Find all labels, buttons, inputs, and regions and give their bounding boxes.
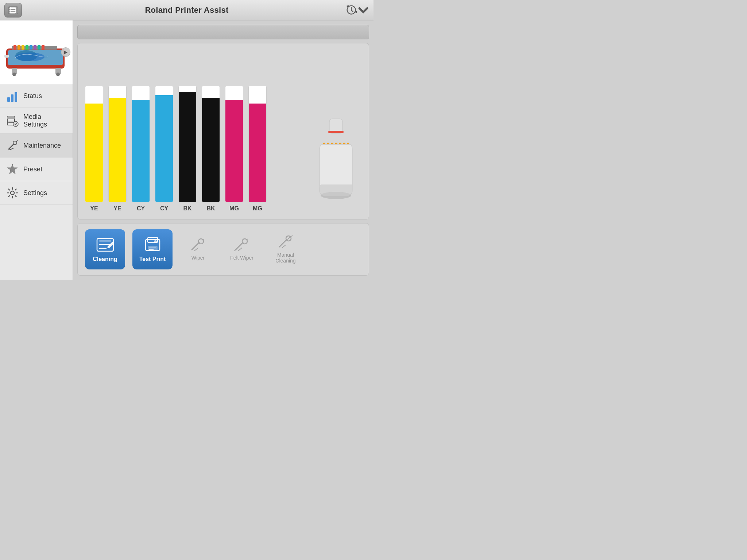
- sidebar-item-media-settings[interactable]: Media Settings: [0, 108, 73, 134]
- manual-cleaning-icon: [276, 235, 295, 250]
- buttons-panel: Cleaning Test Print: [77, 223, 369, 276]
- ink-column-cy2: CY: [155, 86, 173, 212]
- cleaning-icon: [95, 237, 115, 253]
- svg-rect-16: [30, 45, 32, 50]
- ink-bar-cy2: [155, 95, 173, 202]
- svg-rect-26: [11, 94, 13, 102]
- svg-rect-14: [22, 45, 24, 50]
- media-settings-icon: [6, 114, 19, 127]
- ink-label-bk1: BK: [183, 205, 191, 212]
- media-settings-label: Media Settings: [23, 113, 67, 128]
- ink-column-ye2: YE: [108, 86, 127, 212]
- ink-bar-wrapper-ye2: [108, 86, 127, 202]
- printer-next-button[interactable]: ▶: [61, 47, 70, 57]
- ink-bar-ye2: [109, 98, 126, 202]
- sidebar-item-maintenance[interactable]: Maintenance: [0, 134, 73, 158]
- ink-column-bk1: BK: [178, 86, 197, 212]
- sidebar: ▶ Status: [0, 20, 73, 280]
- ink-bar-bk2: [202, 98, 220, 202]
- svg-rect-12: [13, 45, 16, 50]
- maintenance-label: Maintenance: [23, 142, 61, 149]
- printer-preview: ▶: [0, 20, 73, 84]
- svg-rect-15: [26, 45, 28, 50]
- ink-label-mg2: MG: [253, 205, 262, 212]
- cleaning-button[interactable]: Cleaning: [85, 229, 125, 269]
- svg-point-51: [154, 240, 157, 243]
- header: Roland Printer Assist: [0, 0, 374, 20]
- sidebar-item-settings[interactable]: Settings: [0, 181, 73, 205]
- wiper-icon: [189, 238, 207, 253]
- svg-rect-13: [18, 45, 20, 50]
- ink-column-bk2: BK: [202, 86, 220, 212]
- svg-rect-39: [328, 131, 344, 133]
- waste-bottle: [316, 117, 356, 201]
- ink-bar-mg1: [225, 100, 243, 202]
- test-print-label: Test Print: [139, 256, 166, 262]
- status-label: Status: [23, 92, 42, 100]
- history-button[interactable]: [346, 4, 369, 16]
- page-title: Roland Printer Assist: [145, 5, 228, 15]
- sidebar-item-preset[interactable]: Preset: [0, 158, 73, 181]
- back-button[interactable]: [4, 3, 22, 18]
- main-layout: ▶ Status: [0, 20, 374, 280]
- sidebar-nav: Status Media Settings: [0, 84, 73, 280]
- felt-wiper-button[interactable]: Felt Wiper: [224, 235, 260, 264]
- svg-line-62: [287, 237, 290, 240]
- felt-wiper-icon: [233, 238, 251, 253]
- settings-label: Settings: [23, 189, 47, 197]
- svg-line-35: [16, 140, 18, 142]
- waste-bottle-area: [310, 117, 361, 212]
- ink-column-mg1: MG: [225, 86, 243, 212]
- svg-rect-48: [148, 246, 158, 251]
- ink-label-cy1: CY: [137, 205, 145, 212]
- svg-point-10: [15, 52, 44, 61]
- settings-icon: [6, 186, 19, 199]
- status-icon: [6, 89, 19, 102]
- svg-rect-18: [38, 45, 40, 50]
- ink-bar-wrapper-cy2: [155, 86, 173, 202]
- ink-columns: YE YE CY: [85, 86, 310, 212]
- svg-rect-27: [15, 92, 17, 102]
- cleaning-label: Cleaning: [93, 256, 117, 262]
- ink-levels-panel: YE YE CY: [77, 43, 369, 219]
- ink-bar-wrapper-mg1: [225, 86, 243, 202]
- ink-label-mg1: MG: [229, 205, 239, 212]
- ink-column-mg2: MG: [248, 86, 267, 212]
- preset-label: Preset: [23, 166, 42, 173]
- ink-bar-wrapper-ye1: [85, 86, 103, 202]
- svg-rect-17: [34, 45, 36, 50]
- ink-label-cy2: CY: [160, 205, 168, 212]
- wiper-label: Wiper: [191, 255, 205, 261]
- progress-bar-container: [77, 25, 369, 39]
- svg-rect-24: [4, 55, 9, 58]
- ink-bar-ye1: [85, 104, 103, 202]
- svg-rect-29: [7, 116, 15, 119]
- svg-rect-19: [42, 45, 44, 50]
- preset-icon: [6, 163, 19, 176]
- ink-bar-wrapper-mg2: [248, 86, 267, 202]
- chevron-down-icon: [357, 4, 369, 16]
- svg-rect-25: [7, 97, 10, 102]
- ink-label-ye1: YE: [90, 205, 98, 212]
- ink-column-ye1: YE: [85, 86, 103, 212]
- ink-bar-bk1: [179, 92, 196, 202]
- svg-line-58: [235, 248, 237, 251]
- manual-cleaning-button[interactable]: Manual Cleaning: [267, 232, 304, 267]
- test-print-icon: [143, 237, 163, 253]
- svg-line-59: [279, 240, 287, 247]
- test-print-button[interactable]: Test Print: [132, 229, 173, 269]
- ink-bar-wrapper-bk2: [202, 86, 220, 202]
- ink-label-ye2: YE: [113, 205, 121, 212]
- ink-bar-cy1: [132, 100, 150, 202]
- ink-bar-wrapper-cy1: [132, 86, 150, 202]
- felt-wiper-label: Felt Wiper: [230, 255, 253, 261]
- svg-marker-36: [7, 164, 18, 174]
- svg-line-52: [192, 242, 199, 250]
- manual-cleaning-label: Manual Cleaning: [270, 252, 301, 264]
- wiper-button[interactable]: Wiper: [180, 235, 216, 264]
- sidebar-item-status[interactable]: Status: [0, 84, 73, 108]
- printer-illustration: [4, 28, 68, 76]
- ink-column-cy1: CY: [132, 86, 150, 212]
- ink-bar-mg2: [249, 104, 266, 202]
- svg-point-37: [11, 191, 14, 195]
